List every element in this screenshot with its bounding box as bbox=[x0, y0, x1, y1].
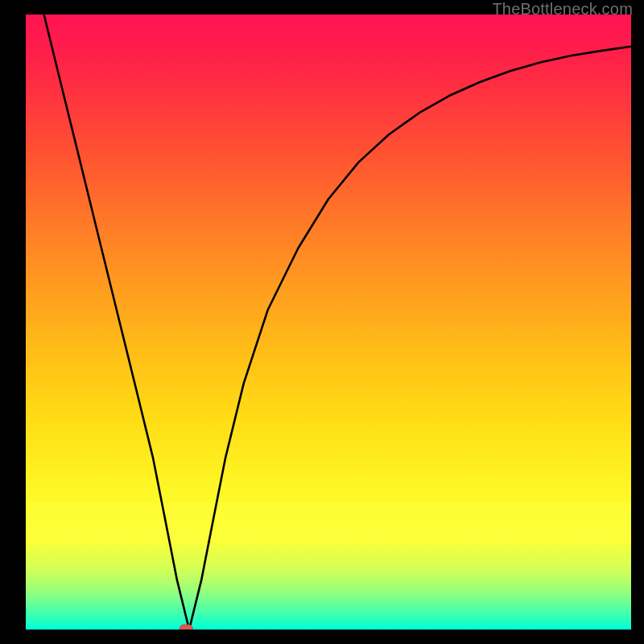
chart-frame: TheBottleneck.com bbox=[0, 0, 644, 644]
plot-area bbox=[26, 14, 631, 630]
bottleneck-curve bbox=[44, 14, 631, 630]
curve-layer bbox=[26, 14, 631, 630]
minimum-marker bbox=[180, 625, 192, 630]
attribution-text: TheBottleneck.com bbox=[492, 0, 633, 19]
